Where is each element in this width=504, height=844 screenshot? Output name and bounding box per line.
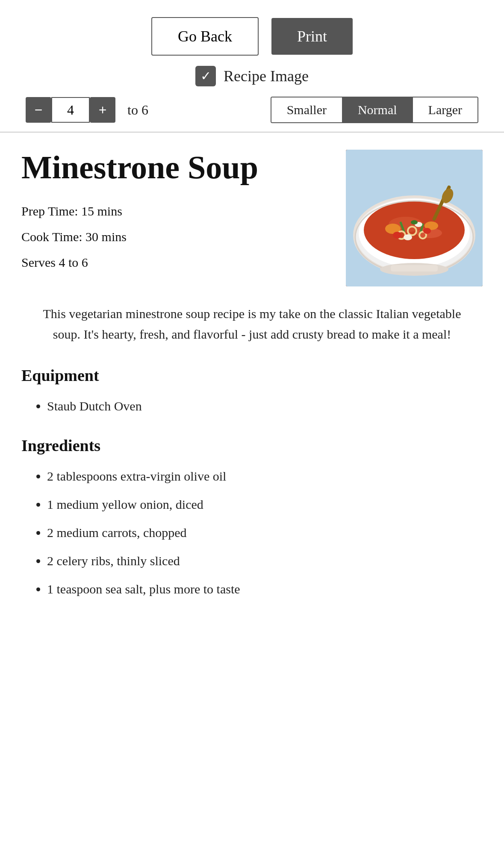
recipe-image-container xyxy=(346,150,483,286)
ingredients-heading: Ingredients xyxy=(21,436,483,455)
action-buttons: Go Back Print xyxy=(151,17,353,56)
recipe-description: This vegetarian minestrone soup recipe i… xyxy=(21,304,483,345)
go-back-button[interactable]: Go Back xyxy=(151,17,259,56)
recipe-image-checkbox[interactable]: ✓ xyxy=(195,66,216,86)
recipe-soup-image xyxy=(346,150,483,286)
svg-point-15 xyxy=(393,232,401,239)
quantity-increase-button[interactable]: + xyxy=(90,97,115,123)
quantity-controls: − + xyxy=(26,97,115,123)
size-smaller-button[interactable]: Smaller xyxy=(271,97,342,122)
list-item: 2 medium carrots, chopped xyxy=(47,520,483,546)
recipe-title: Minestrone Soup xyxy=(21,150,329,186)
prep-time: Prep Time: 15 mins xyxy=(21,198,329,224)
serves: Serves 4 to 6 xyxy=(21,250,329,275)
recipe-header: Minestrone Soup Prep Time: 15 mins Cook … xyxy=(21,150,483,286)
size-selector: Smaller Normal Larger xyxy=(271,97,478,123)
soup-illustration xyxy=(346,150,483,286)
size-larger-button[interactable]: Larger xyxy=(413,97,477,122)
quantity-size-row: − + to 6 Smaller Normal Larger xyxy=(17,97,487,123)
checkmark-icon: ✓ xyxy=(200,70,211,83)
equipment-list: Staub Dutch Oven xyxy=(21,393,483,419)
quantity-decrease-button[interactable]: − xyxy=(26,97,51,123)
svg-point-17 xyxy=(411,220,418,224)
recipe-image-toggle-row: ✓ Recipe Image xyxy=(195,66,309,86)
svg-point-13 xyxy=(404,234,412,240)
list-item: Staub Dutch Oven xyxy=(47,393,483,419)
print-area: Minestrone Soup Prep Time: 15 mins Cook … xyxy=(0,133,504,622)
quantity-input[interactable] xyxy=(51,97,90,123)
svg-point-16 xyxy=(423,228,431,234)
recipe-image-label: Recipe Image xyxy=(224,67,309,85)
size-normal-button[interactable]: Normal xyxy=(342,97,413,122)
list-item: 1 medium yellow onion, diced xyxy=(47,492,483,517)
list-item: 2 celery ribs, thinly sliced xyxy=(47,548,483,574)
top-controls: Go Back Print ✓ Recipe Image − + to 6 Sm… xyxy=(0,0,504,133)
print-button[interactable]: Print xyxy=(271,18,353,55)
svg-rect-23 xyxy=(391,265,438,271)
recipe-meta: Prep Time: 15 mins Cook Time: 30 mins Se… xyxy=(21,198,329,275)
recipe-title-block: Minestrone Soup Prep Time: 15 mins Cook … xyxy=(21,150,346,275)
cook-time: Cook Time: 30 mins xyxy=(21,224,329,250)
list-item: 1 teaspoon sea salt, plus more to taste xyxy=(47,576,483,602)
list-item: 2 tablespoons extra-virgin olive oil xyxy=(47,463,483,489)
quantity-to-label: to 6 xyxy=(127,102,148,118)
equipment-heading: Equipment xyxy=(21,366,483,385)
ingredients-list: 2 tablespoons extra-virgin olive oil 1 m… xyxy=(21,463,483,602)
